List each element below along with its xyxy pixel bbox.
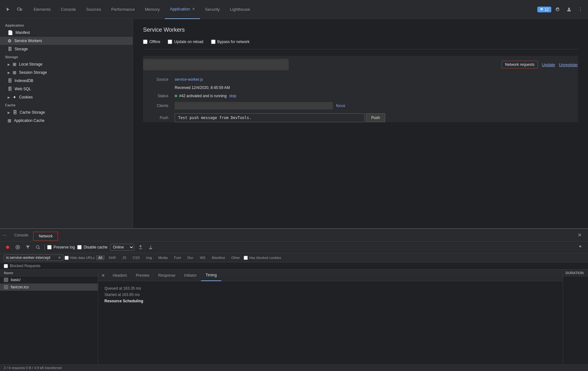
detail-tab-timing[interactable]: Timing: [201, 270, 221, 281]
expand-session-storage-icon: ▶: [8, 71, 10, 74]
list-item-favicon[interactable]: favicon.ico: [0, 284, 98, 291]
network-settings-icon[interactable]: [577, 243, 584, 251]
net-detail-tabs: ✕ Headers Preview Response Initiator Tim…: [98, 270, 563, 281]
tab-security[interactable]: Security: [200, 0, 225, 19]
detail-tab-response[interactable]: Response: [154, 270, 180, 281]
filter-chip-font[interactable]: Font: [172, 255, 184, 260]
disable-cache-checkbox[interactable]: [77, 245, 82, 249]
tab-console[interactable]: Console: [56, 0, 81, 19]
sidebar-item-manifest[interactable]: 📄 Manifest: [0, 28, 133, 37]
network-filter-input[interactable]: [6, 255, 57, 260]
source-link[interactable]: service-worker.js: [175, 77, 203, 82]
tab-application-close[interactable]: ✕: [192, 7, 195, 11]
network-requests-button[interactable]: Network requests: [502, 61, 538, 68]
detail-close-button[interactable]: ✕: [98, 273, 108, 278]
record-button[interactable]: [4, 243, 11, 251]
filter-chip-js[interactable]: JS: [120, 255, 129, 260]
update-on-reload-checkbox-label[interactable]: Update on reload: [168, 40, 203, 44]
issues-flag-icon: ⚑: [540, 7, 543, 12]
device-toolbar-icon[interactable]: [15, 4, 25, 15]
clear-button[interactable]: [14, 243, 22, 251]
filter-chip-xhr[interactable]: XHR: [106, 255, 118, 260]
filter-chip-doc[interactable]: Doc: [185, 255, 196, 260]
update-button[interactable]: Update: [542, 62, 555, 67]
filter-chip-css[interactable]: CSS: [130, 255, 142, 260]
push-input[interactable]: [175, 113, 365, 122]
blocked-requests-row: Blocked Requests: [0, 262, 588, 270]
clients-bar: [175, 102, 333, 110]
list-item-basic[interactable]: basic/: [0, 276, 98, 284]
filter-chip-other[interactable]: Other: [229, 255, 243, 260]
filter-chip-all[interactable]: All: [96, 255, 105, 260]
download-icon[interactable]: [147, 243, 154, 251]
push-button[interactable]: Push: [366, 113, 385, 122]
disable-cache-label[interactable]: Disable cache: [77, 245, 107, 249]
upper-section: Application 📄 Manifest ⚙ Service Workers…: [0, 19, 588, 229]
has-blocked-cookies-label[interactable]: Has blocked cookies: [244, 256, 281, 260]
lower-panel-close[interactable]: ✕: [574, 232, 585, 238]
update-on-reload-checkbox[interactable]: [168, 40, 172, 44]
sidebar-item-cache-storage[interactable]: ▶ 🗄 Cache Storage: [0, 108, 133, 116]
detail-tab-headers[interactable]: Headers: [108, 270, 131, 281]
svg-rect-0: [17, 8, 20, 10]
settings-icon[interactable]: [553, 4, 563, 15]
search-icon[interactable]: [34, 243, 42, 251]
status-label: Status: [143, 94, 168, 98]
sidebar-item-storage-top[interactable]: 🗄 Storage: [0, 45, 133, 53]
upload-icon[interactable]: [137, 243, 144, 251]
issues-badge[interactable]: ⚑ 12: [537, 7, 551, 12]
tab-lighthouse[interactable]: Lighthouse: [225, 0, 255, 19]
tab-elements[interactable]: Elements: [28, 0, 56, 19]
filter-chip-manifest[interactable]: Manifest: [209, 255, 228, 260]
devtools-icons-left: [3, 4, 25, 15]
tab-application[interactable]: Application ✕: [165, 0, 200, 19]
blocked-requests-checkbox[interactable]: [4, 264, 8, 268]
timing-started: Started at 163.65 ms: [104, 292, 556, 297]
focus-link[interactable]: focus: [336, 104, 345, 108]
source-label: Source: [143, 77, 168, 82]
web-sql-icon: 🗄: [8, 86, 12, 91]
tab-performance[interactable]: Performance: [106, 0, 140, 19]
network-list-header: Name: [0, 270, 98, 276]
hide-data-urls-label[interactable]: Hide data URLs: [65, 256, 95, 260]
local-storage-icon: ⊞: [13, 62, 16, 67]
filter-bar: ✕ Hide data URLs All XHR JS CSS Img Medi…: [0, 253, 588, 262]
tab-memory[interactable]: Memory: [140, 0, 165, 19]
sidebar-item-local-storage[interactable]: ▶ ⊞ Local Storage: [0, 60, 133, 68]
filter-icon[interactable]: [24, 243, 32, 251]
filter-chip-ws[interactable]: WS: [197, 255, 208, 260]
lower-tabs-more[interactable]: ···: [3, 232, 7, 238]
sw-entry: Network requests Update Unregister Sourc…: [143, 56, 578, 122]
unregister-button[interactable]: Unregister: [559, 62, 578, 67]
sidebar-item-cookies[interactable]: ▶ ✦ Cookies: [0, 93, 133, 101]
preserve-log-label[interactable]: Preserve log: [47, 245, 75, 249]
hide-data-urls-checkbox[interactable]: [65, 256, 69, 260]
lower-tab-console[interactable]: Console: [9, 229, 33, 242]
sidebar-item-web-sql[interactable]: 🗄 Web SQL: [0, 85, 133, 93]
cursor-icon[interactable]: [3, 4, 13, 15]
detail-tab-preview[interactable]: Preview: [131, 270, 154, 281]
sidebar-item-application-cache[interactable]: ⊞ Application Cache: [0, 116, 133, 125]
has-blocked-cookies-checkbox[interactable]: [244, 256, 248, 260]
sidebar-item-session-storage[interactable]: ▶ ⊞ Session Storage: [0, 68, 133, 77]
file-icon-basic: [4, 278, 8, 282]
preserve-log-checkbox[interactable]: [47, 245, 52, 249]
sw-received-row: Received 12/4/2020, 8:45:59 AM: [143, 85, 578, 90]
sidebar-item-indexeddb[interactable]: 🗄 IndexedDB: [0, 77, 133, 85]
filter-clear-button[interactable]: ✕: [58, 255, 61, 260]
network-throttle-select[interactable]: Online Slow 3G Fast 3G Offline: [110, 244, 134, 251]
bypass-for-network-checkbox-label[interactable]: Bypass for network: [211, 40, 250, 44]
tab-sources[interactable]: Sources: [81, 0, 106, 19]
offline-checkbox-label[interactable]: Offline: [143, 40, 160, 44]
bypass-for-network-checkbox[interactable]: [211, 40, 216, 44]
more-options-icon[interactable]: ⋮: [575, 4, 585, 15]
detail-tab-initiator[interactable]: Initiator: [180, 270, 201, 281]
sidebar-item-service-workers[interactable]: ⚙ Service Workers: [0, 37, 133, 45]
offline-checkbox[interactable]: [143, 40, 147, 44]
service-workers-icon: ⚙: [8, 38, 12, 43]
filter-chip-media[interactable]: Media: [156, 255, 170, 260]
stop-link[interactable]: stop: [229, 94, 236, 98]
lower-tab-network[interactable]: Network: [33, 232, 58, 241]
profile-icon[interactable]: [564, 4, 574, 15]
filter-chip-img[interactable]: Img: [144, 255, 154, 260]
